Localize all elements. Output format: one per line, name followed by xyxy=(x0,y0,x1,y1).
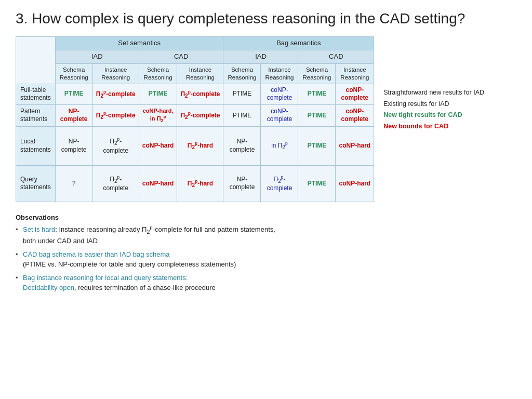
bag-semantics-header: Bag semantics xyxy=(223,37,374,50)
cell-loc-7: PTIME xyxy=(298,126,336,165)
cell-full-1: PTIME xyxy=(55,84,92,104)
obs-text-3: , requires termination of a chase-like p… xyxy=(74,284,216,291)
main-layout: Set semantics Bag semantics IAD CAD IAD … xyxy=(16,36,516,202)
legend: Straightforward new results for IAD Exis… xyxy=(383,36,516,133)
table-container: Set semantics Bag semantics IAD CAD IAD … xyxy=(16,36,374,202)
schema-r-2: SchemaReasoning xyxy=(139,63,177,84)
observation-item-1: Set is hard: Instance reasoning already … xyxy=(16,224,516,246)
obs-highlight-1: Set is hard xyxy=(23,225,55,233)
complexity-table: Set semantics Bag semantics IAD CAD IAD … xyxy=(16,36,374,202)
cell-pat-2: Π2p-complete xyxy=(92,104,139,126)
table-row: Full-tablestatements PTIME Π2p-complete … xyxy=(16,84,374,104)
cell-qry-1: ? xyxy=(55,165,92,202)
cell-pat-8: coNP-complete xyxy=(336,104,374,126)
table-row: Localstatements NP-complete Π2p-complete… xyxy=(16,126,374,165)
observations-list: Set is hard: Instance reasoning already … xyxy=(16,224,516,293)
cell-qry-3: coNP-hard xyxy=(139,165,177,202)
row-label-full: Full-tablestatements xyxy=(16,84,56,104)
cell-loc-4: Π2p-hard xyxy=(177,126,223,165)
cell-qry-2: Π2p-complete xyxy=(92,165,139,202)
cad-header-bag: CAD xyxy=(298,50,374,63)
iad-header-set: IAD xyxy=(55,50,139,63)
cell-full-2: Π2p-complete xyxy=(92,84,139,104)
legend-straight: Straightforward new results for IAD xyxy=(383,88,516,98)
cell-qry-8: coNP-hard xyxy=(336,165,374,202)
cell-qry-6: Π2p-complete xyxy=(261,165,298,202)
cell-loc-3: coNP-hard xyxy=(139,126,177,165)
cell-pat-5: PTIME xyxy=(223,104,261,126)
observation-item-2: CAD bag schema is easier than IAD bag sc… xyxy=(16,249,516,270)
obs-text-2: (PTIME vs. NP-complete for table and que… xyxy=(23,260,236,268)
cell-loc-8: coNP-hard xyxy=(336,126,374,165)
cell-pat-1: NP-complete xyxy=(55,104,92,126)
table-row: Patternstatments NP-complete Π2p-complet… xyxy=(16,104,374,126)
cad-header-set: CAD xyxy=(139,50,223,63)
page-title: 3. How complex is query completeness rea… xyxy=(16,10,516,27)
cell-full-3: PTIME xyxy=(139,84,177,104)
cell-loc-1: NP-complete xyxy=(55,126,92,165)
legend-existing: Existing results for IAD xyxy=(383,100,516,109)
set-semantics-header: Set semantics xyxy=(55,37,223,50)
cell-qry-7: PTIME xyxy=(298,165,336,202)
instance-r-3: InstanceReasoning xyxy=(261,63,298,84)
row-label-pattern: Patternstatments xyxy=(16,104,56,126)
cell-loc-6: in Π2p xyxy=(261,126,298,165)
cell-qry-4: Π2p-hard xyxy=(177,165,223,202)
observations-title: Observations xyxy=(16,214,516,221)
cell-full-8: coNP-complete xyxy=(336,84,374,104)
cell-pat-7: PTIME xyxy=(298,104,336,126)
obs-text-1: : Instance reasoning already Π2p-complet… xyxy=(23,225,275,245)
observations-section: Observations Set is hard: Instance reaso… xyxy=(16,214,516,293)
cell-full-4: Π2p-complete xyxy=(177,84,223,104)
cell-full-6: coNP-complete xyxy=(261,84,298,104)
cell-full-7: PTIME xyxy=(298,84,336,104)
schema-r-4: SchemaReasoning xyxy=(298,63,336,84)
instance-r-1: InstanceReasoning xyxy=(92,63,139,84)
cell-pat-6: coNP-complete xyxy=(261,104,298,126)
iad-header-bag: IAD xyxy=(223,50,298,63)
legend-bounds-cad: New bounds for CAD xyxy=(383,122,516,131)
legend-tight-cad: New tight results for CAD xyxy=(383,111,516,120)
cell-qry-5: NP-complete xyxy=(223,165,261,202)
instance-r-2: InstanceReasoning xyxy=(177,63,223,84)
cell-full-5: PTIME xyxy=(223,84,261,104)
cell-pat-4: Π2p-complete xyxy=(177,104,223,126)
table-row: Querystatements ? Π2p-complete coNP-hard… xyxy=(16,165,374,202)
schema-r-3: SchemaReasoning xyxy=(223,63,261,84)
row-label-query: Querystatements xyxy=(16,165,56,202)
obs-highlight-2: CAD bag schema is easier than IAD bag sc… xyxy=(23,250,170,258)
schema-r-1: SchemaReasoning xyxy=(55,63,92,84)
row-label-local: Localstatements xyxy=(16,126,56,165)
cell-loc-2: Π2p-complete xyxy=(92,126,139,165)
cell-pat-3: coNP-hard,in Π2p xyxy=(139,104,177,126)
observation-item-3: Bag instance reasoning for local and que… xyxy=(16,273,516,293)
cell-loc-5: NP-complete xyxy=(223,126,261,165)
instance-r-4: InstanceReasoning xyxy=(336,63,374,84)
